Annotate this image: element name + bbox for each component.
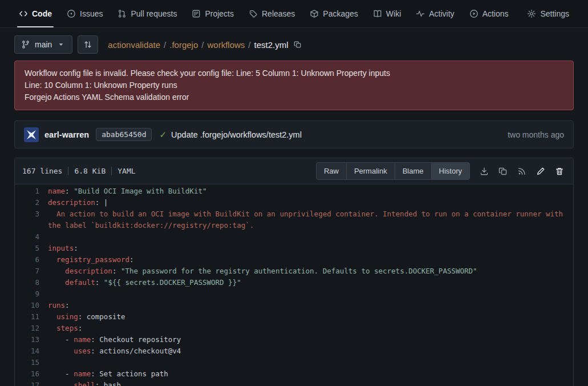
line-number[interactable]: 15 bbox=[15, 357, 48, 368]
package-icon bbox=[310, 9, 319, 18]
nav-item-label: Activity bbox=[429, 9, 454, 18]
divider bbox=[111, 167, 112, 175]
line-content: default: "${{ secrets.DOCKER_PASSWORD }}… bbox=[48, 277, 573, 288]
latest-commit-bar: earl-warren abab65450d ✓ Update .forgejo… bbox=[14, 120, 574, 148]
raw-button[interactable]: Raw bbox=[316, 162, 347, 180]
breadcrumb-separator: / bbox=[164, 40, 166, 50]
code-line: 5inputs: bbox=[15, 243, 573, 254]
top-navigation: CodeIssuesPull requestsProjectsReleasesP… bbox=[0, 0, 588, 28]
copy-path-icon[interactable] bbox=[294, 41, 302, 49]
code-line: 14 uses: actions/checkout@v4 bbox=[15, 345, 573, 357]
file-toolbar: main actionvalidate/.forgejo/workflows/t… bbox=[0, 28, 588, 59]
line-number[interactable]: 3 bbox=[15, 208, 48, 231]
file-view-buttons: RawPermalinkBlameHistory bbox=[316, 162, 470, 180]
nav-item-label: Wiki bbox=[386, 9, 401, 18]
line-number[interactable]: 13 bbox=[15, 334, 48, 345]
commit-hash-badge[interactable]: abab65450d bbox=[96, 128, 152, 141]
tag-icon bbox=[249, 9, 258, 18]
line-number[interactable]: 7 bbox=[15, 266, 48, 277]
avatar[interactable] bbox=[24, 127, 39, 142]
nav-item-label: Settings bbox=[540, 9, 569, 18]
line-content: - name: Checkout repository bbox=[48, 334, 573, 345]
code-line: 7 description: "The password for the reg… bbox=[15, 266, 573, 277]
breadcrumb-link[interactable]: actionvalidate bbox=[108, 40, 160, 50]
breadcrumb-separator: / bbox=[201, 40, 204, 50]
copy-content-icon[interactable] bbox=[498, 167, 508, 176]
permalink-button[interactable]: Permalink bbox=[346, 162, 395, 180]
line-number[interactable]: 14 bbox=[15, 345, 48, 357]
code-line: 9 bbox=[15, 288, 573, 300]
line-content: steps: bbox=[48, 323, 573, 334]
code-line: 13 - name: Checkout repository bbox=[15, 334, 573, 345]
breadcrumb-link[interactable]: .forgejo bbox=[169, 40, 198, 50]
commit-status-check-icon[interactable]: ✓ bbox=[159, 130, 167, 140]
line-number[interactable]: 8 bbox=[15, 277, 48, 288]
blame-button[interactable]: Blame bbox=[395, 162, 432, 180]
breadcrumb-separator: / bbox=[248, 40, 250, 50]
line-content: uses: actions/checkout@v4 bbox=[48, 345, 573, 357]
delete-icon[interactable] bbox=[555, 167, 564, 176]
line-number[interactable]: 17 bbox=[15, 380, 48, 386]
branch-icon bbox=[21, 40, 30, 49]
line-content: name: "Build OCI Image with BuildKit" bbox=[48, 186, 573, 197]
nav-item-label: Packages bbox=[323, 9, 358, 18]
code-line: 3 An action to build an OCI image with B… bbox=[15, 208, 573, 231]
nav-item-settings[interactable]: Settings bbox=[520, 0, 577, 27]
line-number[interactable]: 1 bbox=[15, 186, 48, 197]
line-content: An action to build an OCI image with Bui… bbox=[48, 208, 573, 231]
nav-item-releases[interactable]: Releases bbox=[241, 0, 302, 27]
history-button[interactable]: History bbox=[431, 162, 470, 180]
line-number[interactable]: 6 bbox=[15, 254, 48, 266]
issue-icon bbox=[67, 9, 76, 18]
commit-message[interactable]: Update .forgejo/workflows/test2.yml bbox=[171, 130, 302, 139]
nav-item-code[interactable]: Code bbox=[11, 0, 59, 27]
line-content: runs: bbox=[48, 300, 573, 311]
nav-item-packages[interactable]: Packages bbox=[302, 0, 365, 27]
file-lines-count: 167 lines bbox=[22, 167, 62, 175]
line-number[interactable]: 10 bbox=[15, 300, 48, 311]
code-line: 4 bbox=[15, 231, 573, 243]
line-content bbox=[48, 231, 573, 243]
code-line: 12 steps: bbox=[15, 323, 573, 334]
nav-item-wiki[interactable]: Wiki bbox=[366, 0, 408, 27]
nav-item-actions[interactable]: Actions bbox=[462, 0, 516, 27]
play-circle-icon bbox=[469, 9, 478, 18]
nav-item-issues[interactable]: Issues bbox=[59, 0, 110, 27]
nav-item-pull-requests[interactable]: Pull requests bbox=[110, 0, 184, 27]
code-line: 15 bbox=[15, 357, 573, 368]
line-content: registry_password: bbox=[48, 254, 573, 266]
code-line: 6 registry_password: bbox=[15, 254, 573, 266]
line-content: description: "The password for the regis… bbox=[48, 266, 573, 277]
commit-author[interactable]: earl-warren bbox=[44, 130, 89, 139]
nav-item-label: Projects bbox=[205, 9, 234, 18]
file-language: YAML bbox=[117, 167, 135, 175]
error-line: Forgejo Actions YAML Schema validation e… bbox=[25, 91, 563, 103]
line-number[interactable]: 5 bbox=[15, 243, 48, 254]
code-icon bbox=[19, 9, 28, 18]
rss-feed-icon[interactable] bbox=[517, 167, 526, 176]
line-number[interactable]: 16 bbox=[15, 368, 48, 380]
line-number[interactable]: 4 bbox=[15, 231, 48, 243]
line-content: description: | bbox=[48, 197, 573, 208]
branch-name: main bbox=[35, 40, 52, 49]
line-number[interactable]: 11 bbox=[15, 311, 48, 323]
code-line: 16 - name: Set actions path bbox=[15, 368, 573, 380]
nav-item-projects[interactable]: Projects bbox=[184, 0, 241, 27]
breadcrumb-link[interactable]: workflows bbox=[207, 40, 245, 50]
branch-selector[interactable]: main bbox=[14, 35, 72, 54]
compare-button[interactable] bbox=[78, 35, 98, 54]
breadcrumb-current-file: test2.yml bbox=[254, 40, 289, 50]
edit-icon[interactable] bbox=[536, 167, 545, 176]
line-number[interactable]: 2 bbox=[15, 197, 48, 208]
line-number[interactable]: 12 bbox=[15, 323, 48, 334]
line-content: using: composite bbox=[48, 311, 573, 323]
code-view: 1name: "Build OCI Image with BuildKit"2d… bbox=[15, 184, 573, 386]
pulse-icon bbox=[416, 9, 425, 18]
line-content: - name: Set actions path bbox=[48, 368, 573, 380]
error-line: Workflow config file is invalid. Please … bbox=[25, 67, 563, 79]
line-number[interactable]: 9 bbox=[15, 288, 48, 300]
commit-time: two months ago bbox=[508, 130, 564, 139]
download-icon[interactable] bbox=[480, 167, 489, 176]
nav-item-activity[interactable]: Activity bbox=[408, 0, 461, 27]
code-line: 1name: "Build OCI Image with BuildKit" bbox=[15, 186, 573, 197]
